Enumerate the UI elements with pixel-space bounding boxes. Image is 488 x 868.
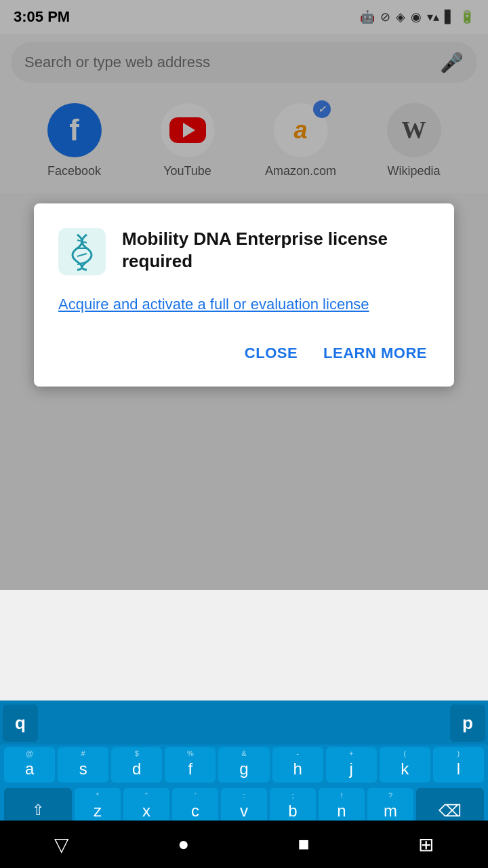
- backspace-icon: ⌫: [439, 803, 462, 819]
- key-m[interactable]: ? m: [367, 788, 413, 825]
- key-d[interactable]: $ d: [111, 747, 162, 783]
- recents-button[interactable]: ■: [298, 833, 310, 855]
- key-h-main: h: [293, 761, 302, 777]
- dna-icon: [58, 228, 106, 275]
- key-n[interactable]: ! n: [319, 788, 365, 825]
- key-c-main: c: [191, 803, 199, 819]
- key-g-sub: &: [241, 750, 246, 760]
- modal-header: Mobility DNA Enterprise license required: [58, 228, 430, 275]
- key-a-sub: @: [26, 750, 33, 760]
- key-b-sub: ;: [291, 792, 293, 802]
- key-k[interactable]: ( k: [380, 747, 430, 783]
- key-j-main: j: [350, 761, 353, 777]
- key-z-main: z: [94, 803, 102, 819]
- key-p[interactable]: p: [450, 705, 485, 742]
- keyboard-button[interactable]: ⊞: [418, 833, 434, 856]
- key-x-main: x: [142, 803, 150, 819]
- learn-more-button[interactable]: LEARN MORE: [321, 339, 430, 368]
- key-f-sub: %: [187, 750, 194, 760]
- key-n-main: n: [337, 803, 346, 819]
- key-d-sub: $: [135, 750, 139, 760]
- bottom-nav: ▽ ● ■ ⊞: [0, 821, 488, 868]
- key-z-sub: *: [96, 792, 99, 802]
- modal-actions: CLOSE LEARN MORE: [58, 339, 430, 368]
- shift-key[interactable]: ⇧: [4, 788, 72, 825]
- key-d-main: d: [132, 761, 141, 777]
- modal-dialog: Mobility DNA Enterprise license required…: [34, 203, 454, 387]
- key-q[interactable]: q: [3, 705, 38, 742]
- key-c-sub: ': [195, 792, 196, 802]
- close-button[interactable]: CLOSE: [242, 339, 300, 368]
- key-k-sub: (: [403, 750, 406, 760]
- key-b-main: b: [288, 803, 297, 819]
- key-j-sub: +: [349, 750, 353, 760]
- home-button[interactable]: ●: [178, 833, 189, 855]
- key-j[interactable]: + j: [326, 747, 377, 783]
- key-h[interactable]: - h: [272, 747, 323, 783]
- backspace-key[interactable]: ⌫: [416, 788, 484, 825]
- key-f-main: f: [188, 761, 193, 777]
- key-l-main: l: [457, 761, 460, 777]
- modal-title-text: Mobility DNA Enterprise license required: [122, 228, 430, 274]
- key-n-sub: !: [340, 792, 342, 802]
- keyboard-area: q p @ a # s $ d % f & g - h + j: [0, 701, 488, 868]
- modal-link[interactable]: Acquire and activate a full or evaluatio…: [58, 294, 430, 315]
- modal-overlay: Mobility DNA Enterprise license required…: [0, 0, 488, 590]
- key-v[interactable]: : v: [221, 788, 267, 825]
- key-a-main: a: [25, 761, 34, 777]
- key-v-sub: :: [243, 792, 245, 802]
- key-f[interactable]: % f: [165, 747, 216, 783]
- key-c[interactable]: ' c: [172, 788, 218, 825]
- key-v-main: v: [240, 803, 248, 819]
- shift-icon: ⇧: [32, 802, 44, 819]
- key-m-main: m: [384, 803, 397, 819]
- key-s-main: s: [79, 761, 87, 777]
- key-x[interactable]: " x: [123, 788, 169, 825]
- key-x-sub: ": [145, 792, 148, 802]
- key-m-sub: ?: [388, 792, 392, 802]
- keyboard-qp-row: q p: [0, 701, 488, 745]
- key-s-sub: #: [81, 750, 85, 760]
- key-k-main: k: [401, 761, 409, 777]
- key-b[interactable]: ; b: [270, 788, 316, 825]
- key-s[interactable]: # s: [58, 747, 108, 783]
- key-a[interactable]: @ a: [4, 747, 55, 783]
- key-g-main: g: [239, 761, 248, 777]
- key-g[interactable]: & g: [218, 747, 269, 783]
- key-l[interactable]: ) l: [433, 747, 484, 783]
- key-z[interactable]: * z: [75, 788, 121, 825]
- back-button[interactable]: ▽: [54, 833, 69, 856]
- keyboard-row-asdf: @ a # s $ d % f & g - h + j ( k: [0, 745, 488, 785]
- key-h-sub: -: [296, 750, 299, 760]
- key-l-sub: ): [458, 750, 460, 760]
